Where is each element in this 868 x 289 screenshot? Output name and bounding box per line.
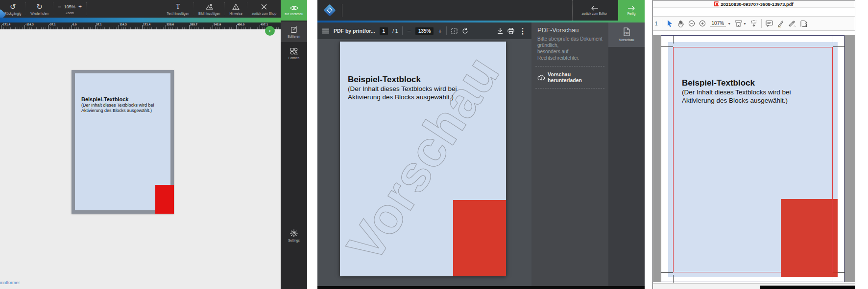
zoom-value: 107%	[710, 21, 726, 27]
ruler-tick-label: 285.7	[190, 23, 197, 26]
textblock-heading: Beispiel-Textblock	[348, 75, 457, 85]
preview-tab-strip: PDF Vorschau	[608, 22, 645, 286]
hand-tool-icon[interactable]	[677, 20, 684, 27]
pdf-page: Vorschau Beispiel-Textblock (Der Inhalt …	[340, 42, 506, 276]
sidebar-item-shapes-label: Formen	[289, 56, 299, 60]
zoom-out-button[interactable]: −	[407, 27, 411, 35]
pdf-file-icon: PDF	[623, 27, 630, 36]
download-icon[interactable]	[497, 28, 503, 34]
page-count: / 1	[392, 28, 398, 34]
back-to-shop-button[interactable]: zurück zum Shop	[247, 0, 281, 18]
sidebar-item-shapes[interactable]: Formen	[281, 43, 307, 64]
adobe-pdf-icon	[714, 1, 719, 6]
redo-button[interactable]: ↻ Wiederholen	[26, 0, 53, 18]
zoom-out-button[interactable]: −	[58, 3, 61, 10]
download-preview-label: Vorschau herunterladen	[548, 71, 603, 83]
zoom-level-select[interactable]: 107% ▼	[710, 21, 731, 27]
textblock-line2: Aktivierung des Blocks ausgewählt.)	[81, 108, 154, 113]
shapes-icon	[290, 47, 298, 55]
sidebar-item-edit[interactable]: Editieren	[281, 22, 307, 42]
zoom-label: Zoom	[66, 11, 74, 15]
close-icon	[261, 3, 267, 11]
fit-page-icon[interactable]	[451, 28, 458, 34]
brand-gradient-bar	[0, 18, 281, 22]
done-button[interactable]: Fertig	[618, 0, 645, 21]
sidebar-item-settings[interactable]: Settings	[281, 225, 307, 246]
editor-canvas[interactable]: Beispiel-Textblock (Der Inhalt dieses Te…	[0, 29, 281, 289]
back-to-shop-label: zurück zum Shop	[252, 12, 276, 15]
to-preview-button[interactable]: zur Vorschau	[281, 0, 307, 21]
pdf-document-title: PDF by printfor...	[334, 28, 375, 34]
chevron-down-icon: ▼	[743, 22, 747, 25]
zoom-in-button[interactable]: +	[78, 3, 82, 10]
sidebar-title: PDF-Vorschau	[537, 26, 603, 34]
red-image-block[interactable]	[155, 185, 174, 214]
rotate-icon[interactable]	[462, 28, 468, 34]
add-image-label: Bild hinzufügen	[198, 12, 220, 15]
more-options-icon[interactable]: ⋮	[519, 26, 527, 36]
dashed-separator	[535, 66, 604, 67]
scroll-mode-icon[interactable]	[750, 20, 757, 27]
ruler-tick-label: 457.1	[261, 23, 268, 26]
undo-icon: ↺	[10, 3, 16, 11]
sign-pen-icon[interactable]	[788, 20, 796, 27]
printformer-footer-link[interactable]: printformer	[0, 280, 20, 285]
share-page-icon[interactable]	[800, 20, 807, 27]
pdf-viewer-area[interactable]: Vorschau Beispiel-Textblock (Der Inhalt …	[317, 39, 531, 286]
toolbar-spacer	[87, 0, 163, 18]
textblock-line1: (Der Inhalt dieses Textblocks wird bei	[81, 103, 154, 108]
print-icon[interactable]	[507, 28, 514, 34]
back-to-editor-button[interactable]: zurück zum Editor	[572, 0, 616, 21]
ruler-tick-label: -171.4	[2, 23, 10, 26]
preview-header: zurück zum Editor Fertig	[317, 0, 645, 21]
acrobat-panel: 20210830-093707-3608-13973.pdf 1 107%	[652, 0, 855, 289]
page-fit-icon[interactable]: ▼	[735, 20, 747, 27]
toolbar-separator	[446, 26, 447, 35]
zoom-in-button[interactable]: +	[438, 27, 442, 35]
red-image-block	[453, 200, 506, 276]
add-image-button[interactable]: Bild hinzufügen	[194, 0, 224, 18]
toolbar-separator	[761, 19, 762, 28]
window-bottom-edge	[760, 286, 855, 289]
menu-icon[interactable]	[322, 28, 329, 34]
ruler-tick-label: 114.3	[120, 23, 127, 26]
undo-label: Rückgängig	[4, 12, 21, 15]
to-preview-label: zur Vorschau	[285, 12, 303, 16]
ruler-tick-label: 57.1	[96, 23, 102, 26]
sample-textblock[interactable]: Beispiel-Textblock (Der Inhalt dieses Te…	[81, 96, 154, 113]
sidebar-hint-line1: Bitte überprüfe das Dokument gründlich,	[537, 36, 603, 48]
screenshot-root: ↺ Rückgängig ↻ Wiederholen − 105% + Zoom…	[0, 0, 868, 289]
zoom-control: − 105% + Zoom	[53, 0, 86, 18]
ruler-tick-label: 400.0	[237, 23, 244, 26]
collapse-ruler-button[interactable]: ‹	[265, 26, 275, 36]
sidebar-item-edit-label: Editieren	[288, 35, 300, 38]
editor-toolbar: ↺ Rückgängig ↻ Wiederholen − 105% + Zoom…	[0, 0, 281, 18]
acrobat-titlebar: 20210830-093707-3608-13973.pdf	[653, 0, 855, 8]
zoom-out-icon[interactable]	[688, 20, 695, 27]
sidebar-item-settings-label: Settings	[288, 239, 300, 242]
page-margin-right	[844, 35, 855, 282]
warning-icon	[232, 3, 240, 11]
acrobat-toolbar: 1 107% ▼ ▼	[653, 17, 855, 31]
svg-text:PDF: PDF	[625, 31, 629, 34]
textblock-line2: Aktivierung des Blocks ausgewählt.)	[682, 96, 791, 105]
add-text-button[interactable]: T Text hinzufügen	[162, 0, 193, 18]
highlighter-icon[interactable]	[777, 20, 784, 27]
page-number-input[interactable]: 1	[380, 27, 388, 35]
acrobat-document-area[interactable]: Beispiel-Textblock (Der Inhalt dieses Te…	[653, 31, 855, 283]
zoom-value[interactable]: 135%	[415, 27, 434, 35]
zoom-in-icon[interactable]	[699, 20, 706, 27]
select-tool-icon[interactable]	[666, 20, 673, 27]
hints-button[interactable]: Hinweise	[225, 0, 246, 18]
download-preview-button[interactable]: Vorschau herunterladen	[537, 71, 603, 83]
sidebar-hint-line2: besonders auf Rechtschreibfehler.	[537, 48, 603, 61]
comment-icon[interactable]	[766, 20, 773, 27]
page-margin-left	[653, 35, 661, 282]
tab-vorschau[interactable]: PDF Vorschau	[608, 22, 645, 47]
ruler-tick-label: 0.0	[72, 23, 76, 26]
back-to-editor-label: zurück zum Editor	[581, 12, 607, 15]
ruler-tick-label: 171.4	[143, 23, 150, 26]
window-bottom-edge	[317, 286, 645, 289]
image-icon	[206, 3, 213, 11]
ruler-tick-label: 228.6	[167, 23, 174, 26]
